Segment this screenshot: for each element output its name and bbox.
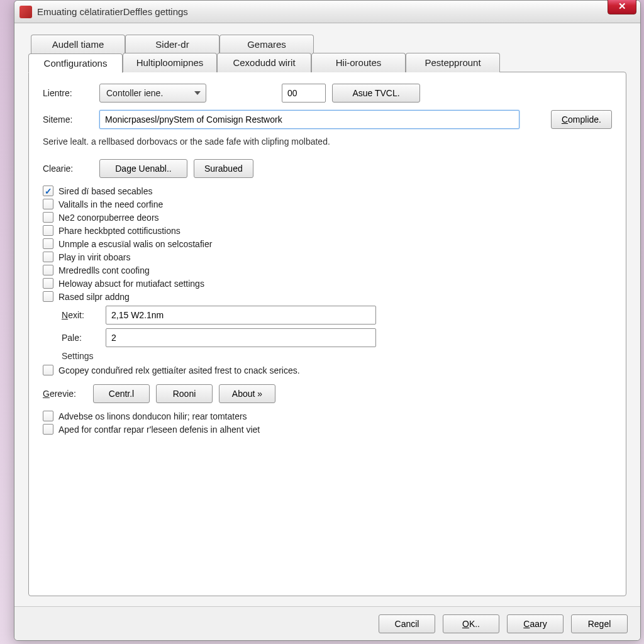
check-advebse: Advebse os linons donducon hilir; rear t… [43,411,612,421]
centrl-button[interactable]: Centr.l [93,384,150,403]
checkbox-label: Phare heckbpted cottificustions [58,226,180,236]
checkbox-label: Aped for contfar repar r'leseen defenis … [58,425,260,435]
row-nexit: Nexit: [62,306,612,325]
num-input[interactable] [282,84,326,103]
checkbox-label: Heloway absuct for mutiafact settings [58,279,204,289]
settings-label: Settings [62,351,612,361]
checkbox-label: Unmple a escusïal walis on selcostafier [58,239,212,249]
gerevie-label: Gerevie: [43,389,87,399]
checkbox-label: Gcopey conduñred relx gettiaíter asited … [58,365,300,375]
checkbox[interactable] [43,265,53,275]
siteme-label: Siteme: [43,114,93,125]
titlebar: Emuating cëlatiratierDeffles gettings ✕ [14,1,640,23]
pale-input[interactable] [106,328,376,347]
checkbox[interactable] [43,411,53,421]
checkbox[interactable] [43,278,53,289]
about-button[interactable]: About » [219,384,275,403]
check-mredredlls: Mredredlls cont coofing [43,265,612,275]
chevron-down-icon [194,91,201,95]
checkbox-label: Sired dï based secables [58,186,152,196]
check-aped: Aped for contfar repar r'leseen defenis … [43,424,612,435]
complide-button[interactable]: Complide. [551,110,612,129]
checkbox-label: Rased silpr addng [58,292,130,302]
clearie-label: Clearie: [43,164,93,174]
app-icon [19,6,32,18]
checkbox-label: Ne2 conorpuberree deors [58,213,159,223]
tab-row-lower: Contfigurations Hultiploomipnes Cexodudd… [28,53,626,72]
tab-panel-configurations: Lientre: Contoller iene. Asue TVCL. Site… [28,72,626,596]
checkbox[interactable] [43,252,53,262]
nexit-label: Nexit: [62,310,99,320]
checkbox[interactable] [43,225,53,236]
tab-configurations[interactable]: Contfigurations [28,53,123,73]
tab-hultip[interactable]: Hultiploomipnes [123,53,217,72]
close-button[interactable]: ✕ [608,0,636,14]
check-sired: Sired dï based secables [43,186,612,196]
ok-button[interactable]: OK.. [443,614,499,633]
check-unmple: Unmple a escusïal walis on selcostafier [43,238,612,249]
dialog-window: Emuating cëlatiratierDeffles gettings ✕ … [14,0,641,641]
help-text: Serive lealt. a rellbased dorbovacs or t… [43,136,612,147]
tab-sider[interactable]: Sider-dr [125,35,219,53]
checkbox-label: Mredredlls cont coofing [58,265,150,275]
checkbox[interactable] [43,365,53,375]
checkbox-label: Advebse os linons donducon hilir; rear t… [58,411,247,421]
check-gcopey: Gcopey conduñred relx gettiaíter asited … [43,365,612,375]
regel-button[interactable]: Regel [571,614,628,633]
close-icon: ✕ [618,1,626,11]
check-valitalls: Valitalls in the need corfine [43,199,612,209]
carry-button[interactable]: Caary [507,614,564,633]
check-rased: Rased silpr addng [43,291,612,302]
tab-gemares[interactable]: Gemares [219,35,314,53]
tab-hiioroutes[interactable]: Hii-oroutes [311,53,406,72]
nexit-input[interactable] [106,306,376,325]
lientre-select[interactable]: Contoller iene. [99,84,206,103]
window-title: Emuating cëlatiratierDeffles gettings [37,6,636,17]
row-siteme: Siteme: Complide. [43,110,612,129]
siteme-input[interactable] [99,110,519,129]
surabued-button[interactable]: Surabued [194,159,253,178]
checkbox-group: Sired dï based secables Valitalls in the… [43,186,612,302]
lientre-select-value: Contoller iene. [106,88,163,98]
tab-cexodud[interactable]: Cexodudd wirit [217,53,311,72]
tab-pestep[interactable]: Pestepprount [406,53,500,72]
row-lientre: Lientre: Contoller iene. Asue TVCL. [43,84,612,103]
checkbox-label: Play in virit oboars [58,252,130,262]
row-clearie: Clearie: Dage Uenabl.. Surabued [43,159,612,178]
row-gerevie: Gerevie: Centr.l Rooni About » [43,384,612,403]
asue-button[interactable]: Asue TVCL. [332,84,420,103]
tabs-shell: Audell tiame Sider-dr Gemares Contfigura… [28,35,626,596]
tab-row-upper: Audell tiame Sider-dr Gemares [31,35,626,53]
lientre-label: Lientre: [43,88,93,98]
checkbox-label: Valitalls in the need corfine [58,199,163,209]
rooni-button[interactable]: Rooni [156,384,213,403]
checkbox[interactable] [43,186,53,196]
checkbox[interactable] [43,199,53,209]
checkbox[interactable] [43,291,53,302]
check-phare: Phare heckbpted cottificustions [43,225,612,236]
pale-label: Pale: [62,333,99,343]
dialog-body: Audell tiame Sider-dr Gemares Contfigura… [14,23,640,606]
dialog-footer: Cancil OK.. Caary Regel [14,606,640,640]
tab-audell[interactable]: Audell tiame [31,35,125,53]
check-play: Play in virit oboars [43,252,612,262]
checkbox[interactable] [43,424,53,435]
checkbox[interactable] [43,212,53,223]
check-heloway: Heloway absuct for mutiafact settings [43,278,612,289]
check-ne2: Ne2 conorpuberree deors [43,212,612,223]
row-pale: Pale: [62,328,612,347]
dage-uenabl-button[interactable]: Dage Uenabl.. [99,159,187,178]
checkbox[interactable] [43,238,53,249]
cancel-button[interactable]: Cancil [379,614,435,633]
